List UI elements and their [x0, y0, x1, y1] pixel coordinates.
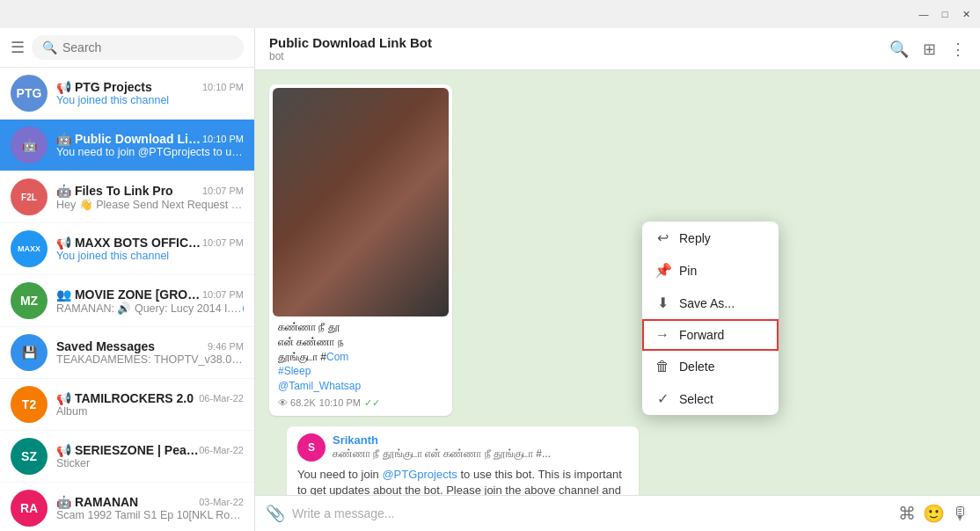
chat-header: Public Download Link Bot bot 🔍 ⊞ ⋮	[255, 28, 980, 70]
chat-info: 📢 PTG Projects 10:10 PM You joined this …	[56, 80, 244, 106]
chat-info: 🤖 Files To Link Pro 10:07 PM Hey 👋 Pleas…	[56, 184, 244, 211]
chat-panel: Public Download Link Bot bot 🔍 ⊞ ⋮ கண்ணா…	[255, 28, 980, 531]
titlebar: — □ ✕	[0, 0, 980, 28]
search-input[interactable]	[62, 40, 233, 55]
pin-icon: 📌	[655, 262, 670, 279]
context-menu-reply[interactable]: ↩ Reply	[642, 222, 779, 254]
chat-item-saved[interactable]: 💾 Saved Messages 9:46 PM TEAKADAMEMES: T…	[0, 327, 254, 379]
chat-item-mzone[interactable]: MZ 👥 MOVIE ZONE [GROUP] 10:07 PM RAMANAN…	[0, 275, 254, 327]
chat-header-status: bot	[269, 50, 881, 62]
avatar: MAXX	[11, 230, 48, 267]
columns-icon[interactable]: ⊞	[923, 40, 936, 59]
avatar: PTG	[11, 75, 48, 112]
context-menu-delete[interactable]: 🗑 Delete	[642, 351, 779, 382]
mic-icon[interactable]: 🎙	[952, 504, 969, 524]
message-group-1: கண்ணா நீ தூஎன் கண்ணா நதூங்குடா #Com#Slee…	[269, 84, 966, 416]
context-menu-forward[interactable]: → Forward	[642, 319, 779, 351]
message-ticks-1: ✓✓	[364, 397, 380, 409]
emoji-icon[interactable]: 🙂	[923, 503, 945, 524]
chat-item-pdlbot[interactable]: 🤖 🤖 Public Download Link Bot 10:10 PM Yo…	[0, 120, 254, 171]
chat-name: 🤖 Public Download Link Bot	[56, 132, 202, 146]
chat-item-f2l[interactable]: F2L 🤖 Files To Link Pro 10:07 PM Hey 👋 P…	[0, 171, 254, 223]
chat-time: 10:07 PM	[202, 237, 244, 248]
bot-command-icon[interactable]: ⌘	[898, 503, 916, 524]
hamburger-menu[interactable]: ☰	[11, 38, 25, 57]
chat-list: PTG 📢 PTG Projects 10:10 PM You joined t…	[0, 68, 254, 531]
chat-name: 👥 MOVIE ZONE [GROUP]	[56, 287, 202, 302]
chat-preview: Sticker	[56, 457, 244, 469]
avatar: T2	[11, 386, 48, 423]
main-layout: ☰ 🔍 PTG 📢 PTG Projects 10:10 PM You join…	[0, 28, 980, 531]
message-bubble-2: S Srikanth கண்ணா நீ தூங்குடா என் கண்ணா ந…	[287, 426, 639, 495]
messages-area: கண்ணா நீ தூஎன் கண்ணா நதூங்குடா #Com#Slee…	[255, 70, 980, 495]
forward-avatar: S	[297, 433, 325, 462]
avatar: 🤖	[11, 127, 48, 164]
chat-time: 06-Mar-22	[199, 393, 244, 404]
context-menu-pin-label: Pin	[679, 264, 697, 278]
chat-item-ptg[interactable]: PTG 📢 PTG Projects 10:10 PM You joined t…	[0, 68, 254, 120]
fwd-sender: Srikanth	[333, 433, 551, 447]
chat-header-actions: 🔍 ⊞ ⋮	[889, 40, 966, 59]
avatar: F2L	[11, 178, 48, 215]
select-icon: ✓	[655, 390, 670, 407]
chat-time: 03-Mar-22	[199, 497, 244, 507]
chat-info: Saved Messages 9:46 PM TEAKADAMEMES: THO…	[56, 339, 244, 366]
message-image	[273, 88, 449, 316]
chat-preview: You need to join @PTGprojects to use thi…	[56, 146, 244, 158]
context-menu-reply-label: Reply	[679, 231, 711, 245]
search-icon[interactable]: 🔍	[889, 40, 909, 59]
message-bubble-1: கண்ணா நீ தூஎன் கண்ணா நதூங்குடா #Com#Slee…	[269, 84, 452, 416]
chat-item-series[interactable]: SZ 📢 SERIESZONE | Peaky ... 06-Mar-22 St…	[0, 431, 254, 483]
message-input[interactable]	[292, 506, 891, 520]
chat-preview: RAMANAN: 🔊 Query: Lucy 2014 I... 304	[56, 302, 244, 315]
chat-time: 9:46 PM	[208, 341, 244, 352]
minimize-button[interactable]: —	[917, 7, 931, 21]
input-bar: 📎 ⌘ 🙂 🎙	[255, 495, 980, 531]
sidebar: ☰ 🔍 PTG 📢 PTG Projects 10:10 PM You join…	[0, 28, 255, 531]
chat-name: Saved Messages	[56, 339, 155, 353]
avatar: MZ	[11, 282, 48, 319]
message-group-2: S Srikanth கண்ணா நீ தூங்குடா என் கண்ணா ந…	[269, 426, 966, 495]
chat-name: 📢 MAXX BOTS OFFICIAL ™	[56, 236, 202, 250]
forwarded-header: S Srikanth கண்ணா நீ தூங்குடா என் கண்ணா ந…	[297, 433, 628, 462]
chat-info: 📢 TAMILROCKERS 2.0 06-Mar-22 Album	[56, 391, 244, 418]
context-menu-forward-label: Forward	[679, 328, 724, 342]
fwd-preview: கண்ணா நீ தூங்குடா என் கண்ணா நீ தூங்குடா …	[333, 447, 551, 462]
chat-info: 🤖 Public Download Link Bot 10:10 PM You …	[56, 132, 244, 158]
context-menu-select-label: Select	[679, 392, 713, 406]
chat-header-info: Public Download Link Bot bot	[269, 35, 881, 62]
context-menu-save-as-label: Save As...	[679, 296, 735, 310]
chat-preview: Hey 👋 Please Send Next Request after (..…	[56, 198, 244, 211]
avatar: RA	[11, 490, 48, 527]
search-icon: 🔍	[42, 40, 57, 55]
maximize-button[interactable]: □	[938, 7, 952, 21]
message-time-1: 10:10 PM	[319, 397, 361, 408]
chat-info: 📢 SERIESZONE | Peaky ... 06-Mar-22 Stick…	[56, 443, 244, 469]
close-button[interactable]: ✕	[959, 7, 973, 21]
avatar: SZ	[11, 438, 48, 475]
message-text-1: கண்ணா நீ தூஎன் கண்ணா நதூங்குடா #Com#Slee…	[273, 316, 449, 396]
chat-preview: You joined this channel	[56, 250, 244, 262]
chat-preview: TEAKADAMEMES: THOPTV_v38.0.apk	[56, 353, 244, 366]
context-menu-save-as[interactable]: ⬇ Save As...	[642, 287, 779, 319]
context-menu-delete-label: Delete	[679, 360, 714, 374]
context-menu-pin[interactable]: 📌 Pin	[642, 254, 779, 287]
context-menu-select[interactable]: ✓ Select	[642, 382, 779, 415]
chat-preview: You joined this channel	[56, 94, 244, 106]
attach-icon[interactable]: 📎	[266, 504, 285, 523]
chat-time: 10:10 PM	[202, 82, 244, 92]
delete-icon: 🗑	[655, 359, 670, 375]
save-as-icon: ⬇	[655, 295, 670, 311]
search-wrap: 🔍	[32, 35, 244, 60]
chat-name: 🤖 Files To Link Pro	[56, 184, 173, 198]
chat-time: 10:07 PM	[202, 185, 244, 196]
chat-header-name: Public Download Link Bot	[269, 35, 881, 50]
chat-item-tamil[interactable]: T2 📢 TAMILROCKERS 2.0 06-Mar-22 Album	[0, 379, 254, 431]
more-icon[interactable]: ⋮	[950, 40, 966, 59]
sidebar-header: ☰ 🔍	[0, 28, 254, 68]
chat-time: 06-Mar-22	[199, 445, 244, 455]
chat-item-raman[interactable]: RA 🤖 RAMANAN 03-Mar-22 Scam 1992 Tamil S…	[0, 483, 254, 531]
chat-info: 👥 MOVIE ZONE [GROUP] 10:07 PM RAMANAN: 🔊…	[56, 287, 244, 315]
chat-item-maxx[interactable]: MAXX 📢 MAXX BOTS OFFICIAL ™ 10:07 PM You…	[0, 223, 254, 275]
chat-info: 📢 MAXX BOTS OFFICIAL ™ 10:07 PM You join…	[56, 236, 244, 262]
